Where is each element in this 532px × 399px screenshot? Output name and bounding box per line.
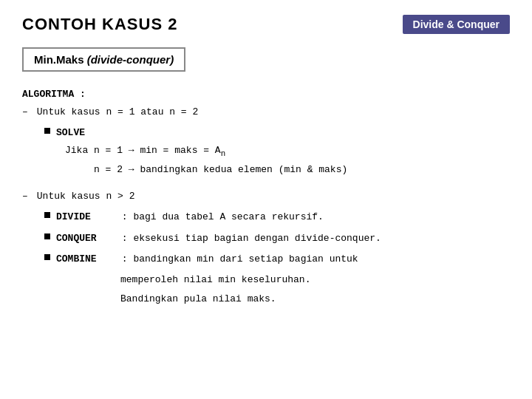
conquer-row: CONQUER : eksekusi tiap bagian dengan di… <box>44 231 510 247</box>
section2-dash: – Untuk kasus n > 2 <box>22 188 510 205</box>
bullet-conquer-icon <box>44 233 50 239</box>
combine-text: : bandingkan min dari setiap bagian untu… <box>122 251 358 267</box>
conquer-label: CONQUER <box>56 231 112 247</box>
continuation1: memperoleh nilai min keseluruhan. <box>120 272 510 288</box>
solve-label: SOLVE <box>56 125 85 141</box>
divide-label: DIVIDE <box>56 209 112 225</box>
solve-line1: Jika n = 1 → min = maks = An <box>65 143 510 160</box>
section1-label: Untuk kasus n = 1 atau n = 2 <box>37 106 198 117</box>
header: CONTOH KASUS 2 Divide & Conquer <box>22 15 510 34</box>
slide: CONTOH KASUS 2 Divide & Conquer Min.Maks… <box>0 0 532 399</box>
combine-label: COMBINE <box>56 251 112 267</box>
section2-label: Untuk kasus n > 2 <box>37 191 135 202</box>
section1-dash: – Untuk kasus n = 1 atau n = 2 <box>22 104 510 120</box>
section2: – Untuk kasus n > 2 DIVIDE : bagi dua ta… <box>22 188 510 307</box>
algoritma-label: ALGORITMA : <box>22 86 510 103</box>
divide-row: DIVIDE : bagi dua tabel A secara rekursi… <box>44 209 510 225</box>
content-area: ALGORITMA : – Untuk kasus n = 1 atau n =… <box>22 86 510 307</box>
subtitle-normal: Min.Maks <box>34 53 84 66</box>
badge: Divide & Conquer <box>403 15 510 34</box>
solve-line2: n = 2 → bandingkan kedua elemen (min & m… <box>65 162 510 178</box>
bullet-combine-icon <box>44 254 50 260</box>
subtitle-italic: (divide-conquer) <box>84 53 174 66</box>
continuation2: Bandingkan pula nilai maks. <box>120 291 510 307</box>
solve-bullet: SOLVE <box>44 125 510 141</box>
divide-text: : bagi dua tabel A secara rekursif. <box>122 209 324 225</box>
subscript-n: n <box>221 149 226 158</box>
conquer-text: : eksekusi tiap bagian dengan divide-con… <box>122 231 381 247</box>
subtitle-box: Min.Maks (divide-conquer) <box>22 47 510 86</box>
combine-row: COMBINE : bandingkan min dari setiap bag… <box>44 251 510 267</box>
page-title: CONTOH KASUS 2 <box>22 15 177 34</box>
bullet-square-icon <box>44 128 50 134</box>
bullet-divide-icon <box>44 212 50 218</box>
